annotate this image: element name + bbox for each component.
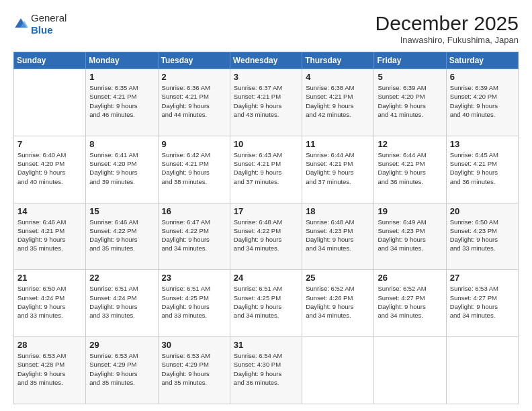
- weekday-header-monday: Monday: [86, 52, 158, 69]
- day-info: Sunrise: 6:45 AMSunset: 4:21 PMDaylight:…: [450, 150, 515, 186]
- day-info: Sunrise: 6:44 AMSunset: 4:21 PMDaylight:…: [378, 150, 442, 186]
- day-number: 19: [378, 206, 442, 216]
- day-info: Sunrise: 6:39 AMSunset: 4:20 PMDaylight:…: [450, 83, 515, 119]
- calendar-cell: 30Sunrise: 6:53 AMSunset: 4:29 PMDayligh…: [158, 337, 230, 404]
- weekday-header-row: SundayMondayTuesdayWednesdayThursdayFrid…: [14, 52, 519, 69]
- day-info: Sunrise: 6:46 AMSunset: 4:22 PMDaylight:…: [89, 218, 154, 253]
- calendar-cell: 1Sunrise: 6:35 AMSunset: 4:21 PMDaylight…: [86, 69, 158, 136]
- day-info: Sunrise: 6:47 AMSunset: 4:22 PMDaylight:…: [162, 218, 226, 253]
- calendar-cell: 28Sunrise: 6:53 AMSunset: 4:28 PMDayligh…: [14, 337, 86, 404]
- day-info: Sunrise: 6:50 AMSunset: 4:24 PMDaylight:…: [17, 284, 82, 320]
- calendar-cell: 18Sunrise: 6:48 AMSunset: 4:23 PMDayligh…: [302, 203, 374, 270]
- calendar-cell: 5Sunrise: 6:39 AMSunset: 4:20 PMDaylight…: [374, 69, 446, 136]
- day-info: Sunrise: 6:52 AMSunset: 4:27 PMDaylight:…: [378, 284, 442, 320]
- day-info: Sunrise: 6:43 AMSunset: 4:21 PMDaylight:…: [234, 150, 298, 186]
- day-number: 6: [450, 72, 515, 82]
- calendar-cell: 2Sunrise: 6:36 AMSunset: 4:21 PMDaylight…: [158, 69, 230, 136]
- calendar-cell: 7Sunrise: 6:40 AMSunset: 4:20 PMDaylight…: [14, 136, 86, 203]
- day-number: 15: [89, 206, 154, 216]
- week-row-4: 28Sunrise: 6:53 AMSunset: 4:28 PMDayligh…: [14, 337, 519, 404]
- calendar-cell: 4Sunrise: 6:38 AMSunset: 4:21 PMDaylight…: [302, 69, 374, 136]
- calendar-cell: 13Sunrise: 6:45 AMSunset: 4:21 PMDayligh…: [446, 136, 518, 203]
- day-number: 14: [17, 206, 82, 216]
- day-number: 21: [17, 273, 82, 283]
- title-block: December 2025 Inawashiro, Fukushima, Jap…: [375, 12, 519, 45]
- calendar-cell: 15Sunrise: 6:46 AMSunset: 4:22 PMDayligh…: [86, 203, 158, 270]
- day-info: Sunrise: 6:42 AMSunset: 4:21 PMDaylight:…: [162, 150, 226, 186]
- calendar-cell: 14Sunrise: 6:46 AMSunset: 4:21 PMDayligh…: [14, 203, 86, 270]
- day-info: Sunrise: 6:49 AMSunset: 4:23 PMDaylight:…: [378, 218, 442, 253]
- calendar-cell: 27Sunrise: 6:53 AMSunset: 4:27 PMDayligh…: [446, 270, 518, 337]
- calendar-cell: 9Sunrise: 6:42 AMSunset: 4:21 PMDaylight…: [158, 136, 230, 203]
- day-number: 23: [162, 273, 226, 283]
- day-number: 8: [89, 139, 154, 149]
- weekday-header-saturday: Saturday: [446, 52, 518, 69]
- calendar-cell: 8Sunrise: 6:41 AMSunset: 4:20 PMDaylight…: [86, 136, 158, 203]
- calendar-cell: 26Sunrise: 6:52 AMSunset: 4:27 PMDayligh…: [374, 270, 446, 337]
- day-info: Sunrise: 6:41 AMSunset: 4:20 PMDaylight:…: [89, 150, 154, 186]
- weekday-header-friday: Friday: [374, 52, 446, 69]
- day-info: Sunrise: 6:39 AMSunset: 4:20 PMDaylight:…: [378, 83, 442, 119]
- subtitle: Inawashiro, Fukushima, Japan: [375, 35, 519, 45]
- day-info: Sunrise: 6:51 AMSunset: 4:25 PMDaylight:…: [162, 284, 226, 320]
- day-number: 5: [378, 72, 442, 82]
- page: General Blue December 2025 Inawashiro, F…: [0, 0, 532, 411]
- calendar-cell: 12Sunrise: 6:44 AMSunset: 4:21 PMDayligh…: [374, 136, 446, 203]
- week-row-2: 14Sunrise: 6:46 AMSunset: 4:21 PMDayligh…: [14, 203, 519, 270]
- day-number: 30: [162, 340, 226, 350]
- day-number: 2: [162, 72, 226, 82]
- day-info: Sunrise: 6:44 AMSunset: 4:21 PMDaylight:…: [306, 150, 370, 186]
- calendar-cell: 17Sunrise: 6:48 AMSunset: 4:22 PMDayligh…: [230, 203, 302, 270]
- day-number: 4: [306, 72, 370, 82]
- day-number: 13: [450, 139, 515, 149]
- day-info: Sunrise: 6:48 AMSunset: 4:22 PMDaylight:…: [234, 218, 298, 253]
- day-number: 17: [234, 206, 298, 216]
- day-info: Sunrise: 6:35 AMSunset: 4:21 PMDaylight:…: [89, 83, 154, 119]
- day-info: Sunrise: 6:46 AMSunset: 4:21 PMDaylight:…: [17, 218, 82, 253]
- calendar-cell: 11Sunrise: 6:44 AMSunset: 4:21 PMDayligh…: [302, 136, 374, 203]
- day-number: 10: [234, 139, 298, 149]
- calendar-table: SundayMondayTuesdayWednesdayThursdayFrid…: [13, 52, 519, 404]
- calendar-cell: 20Sunrise: 6:50 AMSunset: 4:23 PMDayligh…: [446, 203, 518, 270]
- day-info: Sunrise: 6:38 AMSunset: 4:21 PMDaylight:…: [306, 83, 370, 119]
- day-number: 28: [17, 340, 82, 350]
- day-number: 26: [378, 273, 442, 283]
- day-number: 9: [162, 139, 226, 149]
- day-info: Sunrise: 6:50 AMSunset: 4:23 PMDaylight:…: [450, 218, 515, 253]
- day-number: 16: [162, 206, 226, 216]
- calendar-cell: 10Sunrise: 6:43 AMSunset: 4:21 PMDayligh…: [230, 136, 302, 203]
- day-number: 12: [378, 139, 442, 149]
- day-number: 18: [306, 206, 370, 216]
- day-info: Sunrise: 6:51 AMSunset: 4:25 PMDaylight:…: [234, 284, 298, 320]
- calendar-cell: [374, 337, 446, 404]
- day-number: 22: [89, 273, 154, 283]
- day-info: Sunrise: 6:51 AMSunset: 4:24 PMDaylight:…: [89, 284, 154, 320]
- calendar-cell: 16Sunrise: 6:47 AMSunset: 4:22 PMDayligh…: [158, 203, 230, 270]
- day-info: Sunrise: 6:53 AMSunset: 4:28 PMDaylight:…: [17, 351, 82, 387]
- day-info: Sunrise: 6:53 AMSunset: 4:29 PMDaylight:…: [162, 351, 226, 387]
- day-number: 31: [234, 340, 298, 350]
- weekday-header-thursday: Thursday: [302, 52, 374, 69]
- day-number: 3: [234, 72, 298, 82]
- week-row-0: 1Sunrise: 6:35 AMSunset: 4:21 PMDaylight…: [14, 69, 519, 136]
- logo-icon: [13, 17, 28, 32]
- day-info: Sunrise: 6:37 AMSunset: 4:21 PMDaylight:…: [234, 83, 298, 119]
- day-number: 11: [306, 139, 370, 149]
- calendar-cell: [446, 337, 518, 404]
- calendar-cell: 25Sunrise: 6:52 AMSunset: 4:26 PMDayligh…: [302, 270, 374, 337]
- main-title: December 2025: [375, 12, 519, 35]
- weekday-header-tuesday: Tuesday: [158, 52, 230, 69]
- calendar-cell: 22Sunrise: 6:51 AMSunset: 4:24 PMDayligh…: [86, 270, 158, 337]
- calendar-cell: 29Sunrise: 6:53 AMSunset: 4:29 PMDayligh…: [86, 337, 158, 404]
- day-info: Sunrise: 6:36 AMSunset: 4:21 PMDaylight:…: [162, 83, 226, 119]
- week-row-1: 7Sunrise: 6:40 AMSunset: 4:20 PMDaylight…: [14, 136, 519, 203]
- day-number: 27: [450, 273, 515, 283]
- calendar-cell: [302, 337, 374, 404]
- weekday-header-wednesday: Wednesday: [230, 52, 302, 69]
- calendar-cell: 6Sunrise: 6:39 AMSunset: 4:20 PMDaylight…: [446, 69, 518, 136]
- day-number: 24: [234, 273, 298, 283]
- day-info: Sunrise: 6:40 AMSunset: 4:20 PMDaylight:…: [17, 150, 82, 186]
- day-info: Sunrise: 6:53 AMSunset: 4:27 PMDaylight:…: [450, 284, 515, 320]
- day-info: Sunrise: 6:48 AMSunset: 4:23 PMDaylight:…: [306, 218, 370, 253]
- logo-blue-text: Blue: [31, 24, 53, 36]
